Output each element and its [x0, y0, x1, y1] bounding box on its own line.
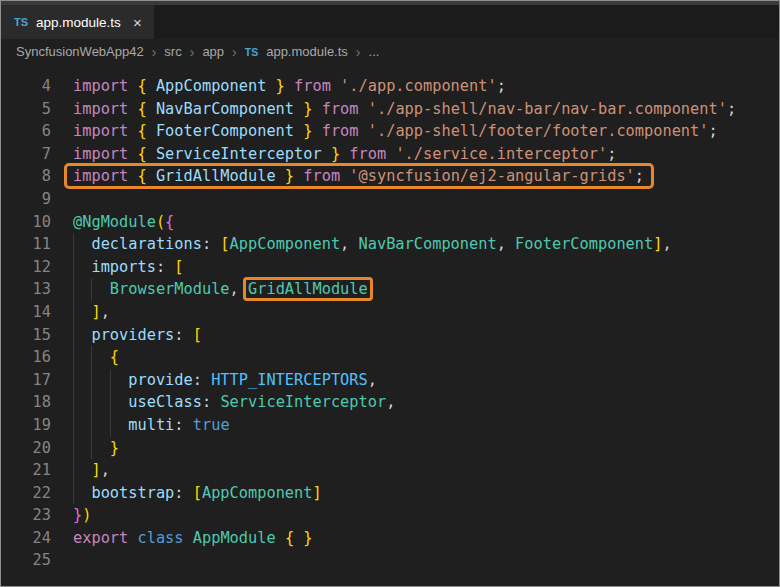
code-token: BrowserModule	[110, 280, 230, 298]
code-line-8[interactable]: 8import { GridAllModule } from '@syncfus…	[1, 165, 779, 188]
code-token: provide	[128, 371, 192, 389]
breadcrumb-more[interactable]: ...	[369, 44, 380, 59]
line-content: import { NavBarComponent } from './app-s…	[73, 98, 736, 121]
breadcrumb-item-project[interactable]: SyncfusionWebApp42	[16, 44, 144, 59]
code-line-25[interactable]: 25	[1, 549, 779, 572]
code-line-24[interactable]: 24export class AppModule { }	[1, 527, 779, 550]
code-line-21[interactable]: 21 ],	[1, 459, 779, 482]
indent-guide	[73, 459, 74, 482]
code-token: )	[82, 506, 91, 524]
indent-guide	[73, 233, 74, 256]
line-content: ],	[73, 301, 110, 324]
code-token: ;	[607, 145, 616, 163]
code-token: './app-shell/nav-bar/nav-bar.component'	[368, 100, 727, 118]
line-number: 17	[1, 369, 51, 392]
code-line-10[interactable]: 10@NgModule({	[1, 211, 779, 234]
code-line-19[interactable]: 19 multi: true	[1, 414, 779, 437]
code-line-9[interactable]: 9	[1, 188, 779, 211]
code-token: :	[174, 416, 192, 434]
code-token: {	[165, 213, 174, 231]
code-token: {	[137, 167, 155, 185]
line-content: useClass: ServiceInterceptor,	[73, 391, 395, 414]
code-token: ,	[386, 393, 395, 411]
indent-guide	[91, 437, 92, 460]
line-content: ],	[73, 459, 110, 482]
code-token: './service.interceptor'	[395, 145, 607, 163]
tab-app-module-ts[interactable]: TS app.module.ts ×	[1, 5, 154, 39]
indent-guide	[110, 369, 111, 392]
code-line-4[interactable]: 4import { AppComponent } from './app.com…	[1, 75, 779, 98]
breadcrumb-item-src[interactable]: src	[164, 44, 181, 59]
code-line-12[interactable]: 12 imports: [	[1, 256, 779, 279]
code-token: }	[110, 439, 119, 457]
code-line-22[interactable]: 22 bootstrap: [AppComponent]	[1, 482, 779, 505]
code-token	[184, 529, 193, 547]
line-number: 24	[1, 527, 51, 550]
code-line-5[interactable]: 5import { NavBarComponent } from './app-…	[1, 98, 779, 121]
chevron-right-icon: ›	[152, 44, 157, 60]
line-number: 5	[1, 98, 51, 121]
code-line-6[interactable]: 6import { FooterComponent } from './app-…	[1, 120, 779, 143]
code-token	[73, 235, 91, 253]
breadcrumb-item-file[interactable]: app.module.ts	[266, 44, 348, 59]
code-token	[73, 484, 91, 502]
code-line-18[interactable]: 18 useClass: ServiceInterceptor,	[1, 391, 779, 414]
code-token: (	[156, 213, 165, 231]
code-token: :	[202, 235, 220, 253]
code-token: FooterComponent	[515, 235, 653, 253]
code-token: NavBarComponent	[359, 235, 497, 253]
code-token: { }	[285, 529, 313, 547]
code-token: import	[73, 122, 137, 140]
code-token: }	[266, 77, 294, 95]
breadcrumb: SyncfusionWebApp42 › src › app › TS app.…	[1, 39, 779, 64]
indent-guide	[91, 391, 92, 414]
code-token: export	[73, 529, 128, 547]
code-token: from	[349, 145, 395, 163]
breadcrumb-item-app[interactable]: app	[202, 44, 224, 59]
code-token: {	[110, 348, 119, 366]
indent-guide	[110, 391, 111, 414]
code-line-14[interactable]: 14 ],	[1, 301, 779, 324]
indent-guide	[73, 346, 74, 369]
code-line-11[interactable]: 11 declarations: [AppComponent, NavBarCo…	[1, 233, 779, 256]
code-line-15[interactable]: 15 providers: [	[1, 324, 779, 347]
code-token: import	[73, 100, 137, 118]
code-token: GridAllModule	[248, 280, 368, 298]
code-line-23[interactable]: 23})	[1, 504, 779, 527]
code-token	[73, 326, 91, 344]
code-line-20[interactable]: 20 }	[1, 437, 779, 460]
code-line-17[interactable]: 17 provide: HTTP_INTERCEPTORS,	[1, 369, 779, 392]
code-token: HTTP_INTERCEPTORS	[211, 371, 368, 389]
code-editor[interactable]: 4import { AppComponent } from './app.com…	[1, 64, 779, 586]
code-token: '@syncfusion/ej2-angular-grids'	[349, 167, 635, 185]
code-token: :	[193, 371, 211, 389]
line-number: 23	[1, 504, 51, 527]
line-number: 7	[1, 143, 51, 166]
line-content: bootstrap: [AppComponent]	[73, 482, 322, 505]
close-tab-icon[interactable]: ×	[133, 14, 142, 31]
code-token: ServiceInterceptor	[156, 145, 322, 163]
indent-guide	[73, 437, 74, 460]
chevron-right-icon: ›	[356, 44, 361, 60]
code-token: :	[174, 484, 192, 502]
code-token: :	[202, 393, 220, 411]
line-number: 21	[1, 459, 51, 482]
code-token: from	[294, 77, 340, 95]
code-token	[276, 529, 285, 547]
line-number: 9	[1, 188, 51, 211]
code-token: from	[322, 122, 368, 140]
code-token	[73, 258, 91, 276]
indent-guide	[73, 369, 74, 392]
code-token	[73, 461, 91, 479]
code-token: }	[294, 100, 322, 118]
code-line-16[interactable]: 16 {	[1, 346, 779, 369]
code-token: ;	[635, 167, 644, 185]
code-token: ,	[662, 235, 671, 253]
code-token: {	[137, 145, 155, 163]
line-content: multi: true	[73, 414, 230, 437]
code-line-7[interactable]: 7import { ServiceInterceptor } from './s…	[1, 143, 779, 166]
code-line-13[interactable]: 13 BrowserModule, GridAllModule	[1, 278, 779, 301]
line-content: export class AppModule { }	[73, 527, 313, 550]
line-number: 22	[1, 482, 51, 505]
tab-bar: TS app.module.ts ×	[1, 5, 779, 39]
